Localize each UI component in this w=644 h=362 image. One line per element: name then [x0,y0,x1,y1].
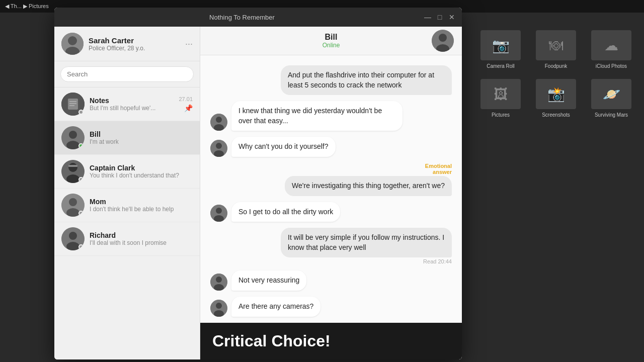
desktop-icon-1[interactable]: 🍽 Foodpunk [533,30,579,69]
user-role: Police Officer, 28 y.o. [89,45,180,52]
contact-preview-bill: I'm at work [90,138,193,145]
message-row-2: I knew that thing we did yesterday would… [210,101,452,131]
message-group-6: It will be very simple if you follow my … [210,228,452,264]
user-header: Sarah Carter Police Officer, 28 y.o. ··· [54,27,200,61]
contact-name-richard: Richard [90,231,193,239]
offline-indicator-mom [78,211,84,216]
chat-header-avatar [432,30,454,52]
message-bubble-6: It will be very simple if you follow my … [281,228,452,257]
contact-list: Notes But I'm still hopeful we'... 27.01… [54,87,200,359]
contact-name-bill: Bill [90,130,193,138]
sidebar-item-richard[interactable]: Richard I'll deal with it soon I promise [54,222,200,256]
icon-thumb-1: 🍽 [536,30,576,60]
contact-info-bill: Bill I'm at work [90,130,193,145]
critical-choice-text: Critical Choice! [212,332,450,350]
richard-avatar [61,227,85,250]
offline-indicator [78,110,84,115]
online-indicator-bill [78,143,84,148]
svg-point-9 [69,131,77,139]
message-bubble-7: Not very reassuring [231,270,306,291]
bill-msg-avatar-7 [210,274,227,291]
pin-icon: 📌 [184,104,193,112]
contact-date-notes: 27.01 [179,96,193,102]
icon-thumb-4: 📸 [536,79,576,109]
sidebar-item-captain-clark[interactable]: Captain Clark You think I don't understa… [54,155,200,189]
contact-info-clark: Captain Clark You think I don't understa… [90,164,193,179]
svg-point-12 [68,163,77,172]
bill-msg-avatar-8 [210,300,227,317]
menu-dots-button[interactable]: ··· [185,39,193,49]
chat-area: Bill Online And put the flashdrive int [200,27,462,359]
messages-area: And put the flashdrive into their comput… [200,55,462,323]
contact-preview-clark: You think I don't understand that? [90,172,193,179]
svg-rect-7 [69,105,74,106]
app-title: Nothing To Remember [60,14,424,21]
contact-preview-richard: I'll deal with it soon I promise [90,239,193,246]
icon-label-0: Camera Roll [487,63,515,69]
message-row-5: So I get to do all the dirty work [210,202,452,222]
window-controls: — □ ✕ [424,13,456,21]
contact-info-notes: Notes But I'm still hopeful we'... [90,97,174,112]
user-avatar [61,33,84,55]
message-row-3: Why can't you do it yourself? [210,137,452,157]
svg-rect-6 [69,103,76,104]
contact-preview-notes: But I'm still hopeful we'... [90,105,174,112]
top-bar-item[interactable]: ◀ Th... ▶ Pictures [5,3,49,10]
message-bubble-3: Why can't you do it yourself? [231,137,336,157]
critical-choice-banner: Critical Choice! [200,323,462,359]
bill-msg-avatar-2 [210,114,227,131]
notes-avatar [61,93,85,116]
user-info: Sarah Carter Police Officer, 28 y.o. [89,36,180,52]
mom-avatar [61,194,85,217]
search-input[interactable] [60,66,194,82]
offline-indicator-clark [78,177,84,182]
svg-point-16 [69,198,77,206]
contact-name-clark: Captain Clark [90,164,193,172]
bill-msg-avatar-5 [210,205,227,222]
title-bar: Nothing To Remember — □ ✕ [54,8,462,27]
bill-avatar [61,126,85,149]
app-content: Sarah Carter Police Officer, 28 y.o. ··· [54,27,462,359]
sidebar-item-bill[interactable]: Bill I'm at work [54,121,200,155]
message-row-7: Not very reassuring [210,270,452,291]
message-bubble-1: And put the flashdrive into their comput… [281,65,452,95]
contact-preview-mom: I don't think he'll be able to help [90,206,193,213]
svg-point-1 [68,36,77,45]
desktop-icon-2[interactable]: ☁ iCloud Photos [589,30,634,69]
icon-thumb-5: 🪐 [591,79,631,109]
svg-point-19 [69,232,77,240]
maximize-button[interactable]: □ [436,13,444,21]
svg-point-37 [216,303,222,309]
contact-name-mom: Mom [90,198,193,206]
message-row-4: Emotionalanswer We're investigating this… [210,163,452,196]
sidebar-item-mom[interactable]: Mom I don't think he'll be able to help [54,189,200,222]
desktop-icon-3[interactable]: 🖼 Pictures [478,79,523,118]
chat-contact-status: Online [323,42,340,49]
emotional-tag: Emotionalanswer [425,163,452,175]
svg-point-25 [216,117,222,123]
desktop-icon-5[interactable]: 🪐 Surviving Mars [589,79,634,118]
sidebar-item-notes[interactable]: Notes But I'm still hopeful we'... 27.01… [54,87,200,121]
read-receipt-6: Read 20:44 [423,258,452,264]
contact-name-notes: Notes [90,97,174,105]
svg-rect-13 [68,165,77,167]
icon-label-2: iCloud Photos [596,63,627,69]
bill-msg-avatar-3 [210,140,227,157]
message-bubble-2: I knew that thing we did yesterday would… [231,101,403,131]
svg-rect-5 [69,101,76,102]
desktop-icon-4[interactable]: 📸 Screenshots [533,79,579,118]
message-row-8: Are there any cameras? [210,297,452,317]
message-row-6: It will be very simple if you follow my … [281,228,452,257]
contact-info-richard: Richard I'll deal with it soon I promise [90,231,193,246]
desktop-icon-0[interactable]: 📷 Camera Roll [478,30,523,69]
message-row-1: And put the flashdrive into their comput… [210,65,452,95]
contact-info-mom: Mom I don't think he'll be able to help [90,198,193,213]
chat-contact-name: Bill [323,33,340,42]
desktop-icons: 📷 Camera Roll 🍽 Foodpunk ☁ iCloud Photos… [478,30,634,118]
message-bubble-4: We're investigating this thing together,… [285,176,452,196]
user-name: Sarah Carter [89,36,180,45]
icon-label-1: Foodpunk [545,63,567,69]
icon-label-4: Screenshots [542,112,570,118]
minimize-button[interactable]: — [424,13,432,21]
close-button[interactable]: ✕ [448,13,456,21]
